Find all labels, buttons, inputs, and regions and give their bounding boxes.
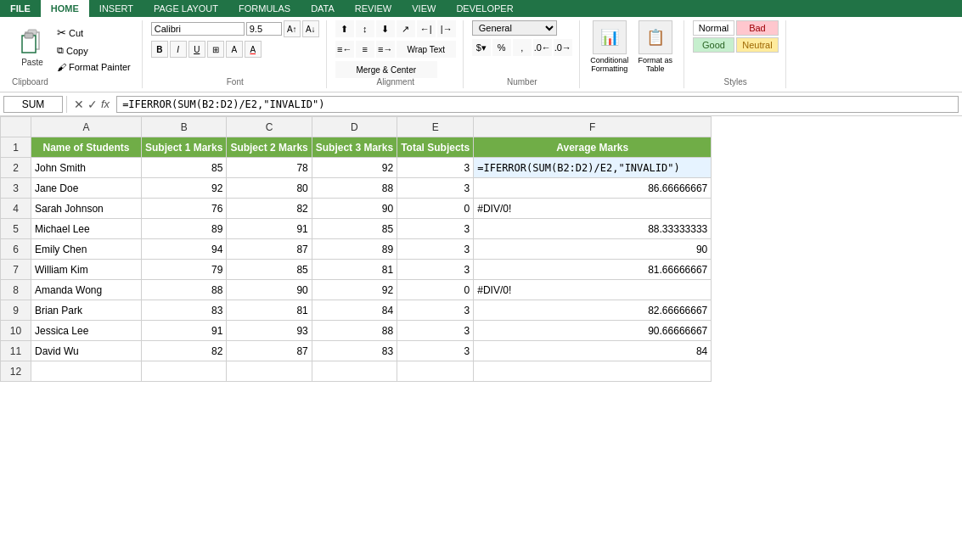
font-color-button[interactable]: A (245, 41, 262, 58)
cell-a10[interactable]: Jessica Lee (31, 321, 142, 341)
cell-b2[interactable]: 85 (142, 158, 227, 178)
percent-button[interactable]: % (492, 39, 511, 56)
cell-reference-input[interactable] (3, 96, 63, 113)
style-bad-button[interactable]: Bad (736, 20, 778, 36)
row-num-6[interactable]: 6 (1, 239, 31, 260)
increase-decimal-button[interactable]: .0→ (554, 39, 572, 56)
wrap-text-button[interactable]: Wrap Text (397, 41, 456, 58)
underline-button[interactable]: U (188, 41, 205, 58)
cell-e3[interactable]: 3 (397, 178, 474, 199)
style-good-button[interactable]: Good (693, 37, 734, 53)
cell-f6[interactable]: 90 (474, 239, 712, 260)
cell-c10[interactable]: 93 (227, 321, 312, 341)
cell-e11[interactable]: 3 (397, 341, 474, 361)
cell-c12[interactable] (227, 361, 312, 382)
cell-a7[interactable]: William Kim (31, 260, 142, 280)
tab-home[interactable]: HOME (41, 0, 89, 17)
tab-file[interactable]: FILE (0, 0, 41, 17)
merge-center-button[interactable]: Merge & Center (335, 61, 437, 78)
cell-c2[interactable]: 78 (227, 158, 312, 178)
cell-f1[interactable]: Average Marks (474, 137, 712, 158)
indent-decrease-button[interactable]: ←| (417, 20, 436, 37)
cell-e12[interactable] (397, 361, 474, 382)
cell-d7[interactable]: 81 (312, 260, 397, 280)
style-normal-button[interactable]: Normal (693, 20, 734, 36)
cell-e1[interactable]: Total Subjects (397, 137, 474, 158)
cell-d5[interactable]: 85 (312, 219, 397, 239)
cell-d6[interactable]: 89 (312, 239, 397, 260)
currency-button[interactable]: $▾ (472, 39, 491, 56)
cell-a2[interactable]: John Smith (31, 158, 142, 178)
row-num-2[interactable]: 2 (1, 158, 31, 178)
tab-formulas[interactable]: FORMULAS (228, 0, 301, 17)
cell-d2[interactable]: 92 (312, 158, 397, 178)
col-header-e[interactable]: E (397, 117, 474, 137)
cell-d11[interactable]: 83 (312, 341, 397, 361)
cell-c5[interactable]: 91 (227, 219, 312, 239)
cell-c8[interactable]: 90 (227, 280, 312, 300)
decrease-decimal-button[interactable]: .0← (533, 39, 552, 56)
cell-e2[interactable]: 3 (397, 158, 474, 178)
cell-f4[interactable]: #DIV/0! (474, 199, 712, 219)
cell-c6[interactable]: 87 (227, 239, 312, 260)
cell-d12[interactable] (312, 361, 397, 382)
cell-f7[interactable]: 81.66666667 (474, 260, 712, 280)
cell-f2[interactable]: =IFERROR(SUM(B2:D2)/E2,"INVALID") (474, 158, 712, 178)
col-header-d[interactable]: D (312, 117, 397, 137)
cell-c3[interactable]: 80 (227, 178, 312, 199)
cell-b7[interactable]: 79 (142, 260, 227, 280)
spreadsheet-container[interactable]: A B C D E F 1 Name of Students Subject 1… (0, 116, 962, 547)
insert-function-icon[interactable]: fx (101, 98, 110, 110)
tab-insert[interactable]: INSERT (89, 0, 143, 17)
conditional-formatting-button[interactable]: 📊 (593, 20, 627, 54)
paste-button[interactable]: Paste (12, 23, 53, 72)
row-num-9[interactable]: 9 (1, 300, 31, 321)
cell-f10[interactable]: 90.66666667 (474, 321, 712, 341)
cell-a12[interactable] (31, 361, 142, 382)
cell-c1[interactable]: Subject 2 Marks (227, 137, 312, 158)
row-num-3[interactable]: 3 (1, 178, 31, 199)
cell-c11[interactable]: 87 (227, 341, 312, 361)
align-left-button[interactable]: ≡← (335, 41, 354, 58)
col-header-b[interactable]: B (142, 117, 227, 137)
cell-e10[interactable]: 3 (397, 321, 474, 341)
border-button[interactable]: ⊞ (207, 41, 224, 58)
cell-d1[interactable]: Subject 3 Marks (312, 137, 397, 158)
cell-a8[interactable]: Amanda Wong (31, 280, 142, 300)
cell-a6[interactable]: Emily Chen (31, 239, 142, 260)
cell-a11[interactable]: David Wu (31, 341, 142, 361)
font-name-input[interactable] (151, 22, 245, 36)
font-decrease-button[interactable]: A↓ (302, 20, 319, 37)
cell-f11[interactable]: 84 (474, 341, 712, 361)
cell-a3[interactable]: Jane Doe (31, 178, 142, 199)
row-num-12[interactable]: 12 (1, 361, 31, 382)
cell-b4[interactable]: 76 (142, 199, 227, 219)
cut-button[interactable]: ✂ Cut (53, 24, 135, 42)
cell-e8[interactable]: 0 (397, 280, 474, 300)
accept-formula-icon[interactable]: ✓ (87, 98, 98, 111)
cell-b10[interactable]: 91 (142, 321, 227, 341)
row-num-5[interactable]: 5 (1, 219, 31, 239)
bold-button[interactable]: B (151, 41, 168, 58)
align-right-button[interactable]: ≡→ (376, 41, 395, 58)
row-num-1[interactable]: 1 (1, 137, 31, 158)
fill-color-button[interactable]: A (226, 41, 243, 58)
cell-b3[interactable]: 92 (142, 178, 227, 199)
cell-d10[interactable]: 88 (312, 321, 397, 341)
font-size-input[interactable] (246, 22, 282, 36)
cell-e7[interactable]: 3 (397, 260, 474, 280)
cell-d9[interactable]: 84 (312, 300, 397, 321)
tab-review[interactable]: REVIEW (345, 0, 402, 17)
cell-f12[interactable] (474, 361, 712, 382)
cell-d3[interactable]: 88 (312, 178, 397, 199)
align-center-button[interactable]: ≡ (356, 41, 374, 58)
cell-a4[interactable]: Sarah Johnson (31, 199, 142, 219)
row-num-8[interactable]: 8 (1, 280, 31, 300)
cell-a5[interactable]: Michael Lee (31, 219, 142, 239)
cell-e9[interactable]: 3 (397, 300, 474, 321)
col-header-f[interactable]: F (474, 117, 712, 137)
format-painter-button[interactable]: 🖌 Format Painter (53, 59, 135, 75)
formula-input[interactable] (116, 96, 959, 113)
comma-button[interactable]: , (513, 39, 532, 56)
cell-d8[interactable]: 92 (312, 280, 397, 300)
